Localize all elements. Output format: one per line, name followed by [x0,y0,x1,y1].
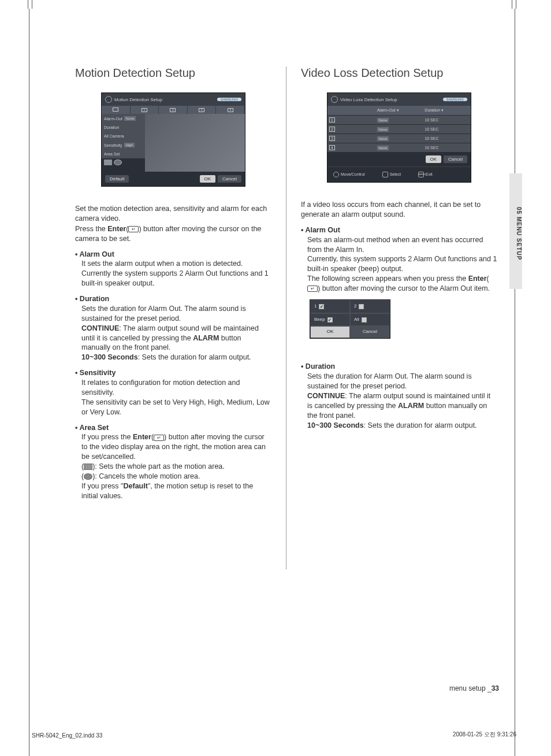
popup-opt-2[interactable]: 2 [350,300,390,313]
checkbox-icon[interactable] [362,317,367,323]
cancel-button[interactable]: Cancel [218,175,241,183]
area-set-cancel-icon[interactable] [114,160,122,165]
table-row[interactable]: 4 None 10 SEC [327,143,471,152]
menu-key-icon: MENU [418,172,424,177]
row-duration[interactable]: Duration [102,123,145,132]
video-loss-screenshot: Video Loss Detection Setup SAMSUNG Alarm… [327,92,471,183]
row-sensitivity[interactable]: Sensitivity High [102,140,145,150]
page-content: Motion Detection Setup Motion Detection … [75,66,502,569]
footer-timestamp: 2008-01-25 오전 9:31:26 [453,731,516,739]
intro-para-2: Press the Enter(↵) button after moving t… [75,224,271,244]
brand-logo: SAMSUNG [217,98,241,101]
chapter-side-tab: 05 MENU SETUP [509,173,522,289]
ok-button[interactable]: OK [200,175,216,183]
intro-para-1: Set the motion detection area, sensitivi… [75,204,271,224]
ss-title-text: Motion Detection Setup [114,97,162,102]
video-preview[interactable] [145,114,245,172]
select-key-icon [382,172,388,177]
grid-cancel-icon [84,473,92,480]
cancel-button[interactable]: Cancel [444,155,467,163]
popup-opt-1[interactable]: 1 [310,300,350,313]
brand-logo: SAMSUNG [443,98,467,101]
table-row[interactable]: 2 None 10 SEC [327,124,471,134]
tab-all[interactable] [102,106,131,114]
row-alarm-out[interactable]: Alarm-Out None [102,114,145,123]
column-divider [286,66,286,569]
sensitivity-value: High [124,143,135,147]
bullet-area-set: Area Set If you press the Enter(↵) butto… [75,423,271,501]
right-body-text: If a video loss occurs from each channel… [301,200,497,430]
checkbox-icon[interactable] [327,317,333,323]
tab-cam-4[interactable]: 4 [216,106,245,114]
popup-opt-beep[interactable]: Beep [310,313,350,327]
left-body-text: Set the motion detection area, sensitivi… [75,204,271,501]
settings-icon [331,96,338,103]
enter-key-icon: ↵ [154,435,164,441]
enter-key-icon: ↵ [307,286,318,292]
popup-cancel-button[interactable]: Cancel [350,326,390,338]
row-all-camera[interactable]: All Camera [102,132,145,140]
bullet-duration: Duration Sets the duration for Alarm Out… [301,362,497,430]
area-set-grid-icon[interactable] [104,160,112,165]
alarm-out-value: None [124,116,136,121]
enter-key-icon: ↵ [128,226,139,232]
bullet-alarm-out: Alarm Out Sets an alarm-out method when … [301,225,497,294]
col-duration[interactable]: Duration ▾ [423,106,471,115]
tab-cam-3[interactable]: 3 [188,106,217,114]
left-section-title: Motion Detection Setup [75,66,271,80]
settings-icon [105,96,112,103]
row-area-set[interactable]: Area Set [102,150,145,158]
right-section-title: Video Loss Detection Setup [301,66,497,80]
col-camera[interactable] [327,106,375,115]
checkbox-icon[interactable] [319,304,324,309]
bullet-alarm-out: Alarm Out It sets the alarm output when … [75,250,271,289]
checkbox-icon[interactable] [359,304,364,309]
move-control-icon [333,172,339,177]
popup-ok-button[interactable]: OK [310,326,350,338]
col-alarm-out[interactable]: Alarm-Out ▾ [375,106,423,115]
popup-opt-all[interactable]: All [350,313,390,327]
table-row[interactable]: 3 None 10 SEC [327,134,471,143]
grid-set-icon [84,464,92,470]
intro-para: If a video loss occurs from each channel… [301,200,497,220]
page-label: menu setup _33 [449,684,499,692]
bullet-sensitivity: Sensitivity It relates to configuration … [75,368,271,417]
bullet-duration: Duration Sets the duration for Alarm Out… [75,294,271,362]
ss-side-panel: Alarm-Out None Duration All Camera Sensi… [102,114,145,172]
camera-tabs: 1 2 3 4 [102,106,245,114]
ss-hint-bar: Move/Control Select MENUExit [327,166,471,182]
table-row[interactable]: 1 None 10 SEC [327,115,471,124]
footer-filename: SHR-5042_Eng_02.indd 33 [32,732,102,739]
right-column: Video Loss Detection Setup Video Loss De… [301,66,497,569]
ok-button[interactable]: OK [426,155,442,163]
default-button[interactable]: Default [105,175,129,183]
ss-title-text: Video Loss Detection Setup [340,97,397,102]
motion-detection-screenshot: Motion Detection Setup SAMSUNG 1 2 3 4 A… [101,92,245,187]
tab-cam-1[interactable]: 1 [131,106,159,114]
tab-cam-2[interactable]: 2 [159,106,188,114]
left-column: Motion Detection Setup Motion Detection … [75,66,271,569]
video-loss-table: Alarm-Out ▾ Duration ▾ 1 None 10 SEC 2 N… [327,106,471,152]
alarm-out-popup: 1 2 Beep All OK Cancel [310,299,390,339]
